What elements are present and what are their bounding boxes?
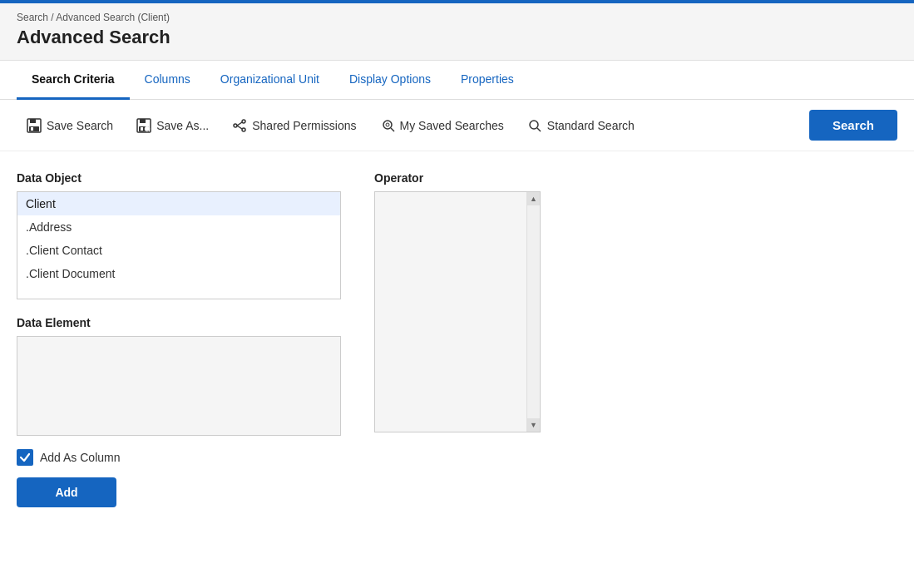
page-title: Advanced Search [17,27,897,48]
data-object-label: Data Object [17,171,341,185]
data-object-listbox[interactable]: Client .Address .Client Contact .Client … [17,191,341,299]
tab-org-unit[interactable]: Organizational Unit [205,61,334,100]
tab-properties[interactable]: Properties [446,61,529,100]
operator-section: Operator ▲ ▼ [374,171,541,432]
add-as-column-checkbox[interactable] [17,449,33,466]
list-item[interactable]: .Client Document [17,262,340,285]
add-button[interactable]: Add [17,477,116,507]
scroll-up-arrow[interactable]: ▲ [527,192,541,205]
breadcrumb: Search / Advanced Search (Client) [17,12,897,23]
svg-point-18 [530,121,538,129]
svg-line-19 [537,128,541,131]
save-search-button[interactable]: Save Search [17,111,123,140]
save-as-button[interactable]: ... Save As... [126,111,219,140]
svg-point-17 [386,123,389,126]
tabs-bar: Search Criteria Columns Organizational U… [0,61,914,100]
main-content: Data Object Client .Address .Client Cont… [0,151,914,527]
list-item[interactable]: .Address [17,215,340,239]
standard-search-icon [527,118,542,133]
operator-scrollbar: ▲ ▼ [526,192,540,432]
breadcrumb-area: Search / Advanced Search (Client) Advanc… [0,3,914,61]
operator-label: Operator [374,171,541,185]
svg-rect-7 [141,127,143,131]
add-as-column-row: Add As Column [17,449,341,466]
svg-text:...: ... [146,127,150,132]
scroll-down-arrow[interactable]: ▼ [527,418,541,432]
data-element-section: Data Element [17,316,341,436]
add-as-column-label: Add As Column [40,451,121,464]
list-item[interactable]: .Client Contact [17,239,340,262]
tab-display-options[interactable]: Display Options [334,61,446,100]
left-column: Data Object Client .Address .Client Cont… [17,171,341,507]
data-object-items: Client .Address .Client Contact .Client … [17,192,340,299]
shared-permissions-icon [232,118,247,133]
tab-columns[interactable]: Columns [130,61,205,100]
standard-search-button[interactable]: Standard Search [517,111,645,140]
data-object-section: Data Object Client .Address .Client Cont… [17,171,341,299]
my-saved-searches-label: My Saved Searches [400,119,504,132]
save-as-label: Save As... [156,119,209,132]
svg-line-14 [237,126,242,129]
shared-permissions-button[interactable]: Shared Permissions [222,111,366,140]
data-element-listbox[interactable] [17,336,341,436]
data-element-label: Data Element [17,316,341,329]
svg-rect-3 [31,127,33,131]
shared-permissions-label: Shared Permissions [252,119,356,132]
svg-rect-2 [29,126,39,131]
svg-line-13 [237,122,242,126]
save-as-icon: ... [136,118,151,133]
search-button[interactable]: Search [809,110,897,141]
svg-point-10 [242,120,245,123]
svg-point-11 [242,128,245,131]
two-col-layout: Data Object Client .Address .Client Cont… [17,171,897,507]
svg-rect-5 [140,119,146,123]
my-saved-searches-button[interactable]: My Saved Searches [370,111,514,140]
standard-search-label: Standard Search [547,119,635,132]
save-search-icon [27,118,42,133]
tab-search-criteria[interactable]: Search Criteria [17,61,130,100]
svg-rect-1 [30,119,36,123]
toolbar: Save Search ... Save As... Share [0,100,914,151]
list-item[interactable]: Client [17,192,340,215]
operator-listbox[interactable]: ▲ ▼ [374,191,541,432]
right-column: Operator ▲ ▼ [374,171,541,432]
save-search-label: Save Search [47,119,113,132]
svg-line-16 [391,128,394,131]
svg-point-12 [234,124,237,127]
svg-point-15 [383,121,392,129]
my-saved-searches-icon [380,118,395,133]
